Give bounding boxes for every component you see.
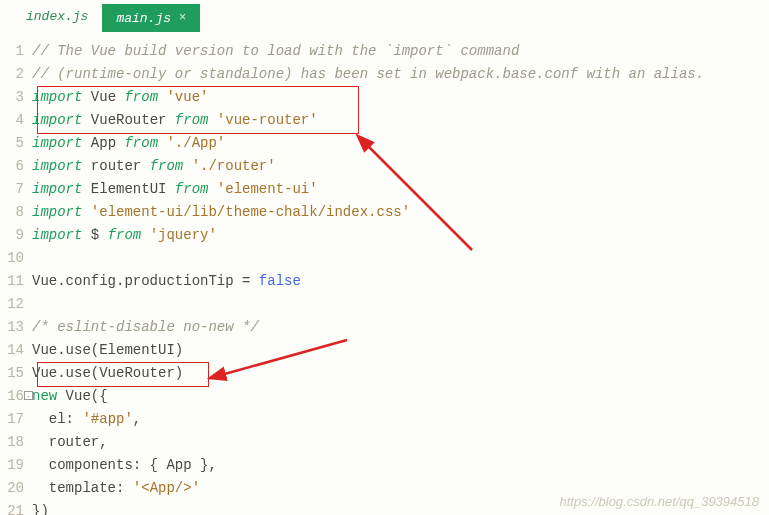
code-text: // The Vue build version to load with th…: [32, 43, 519, 59]
tab-bar: index.js main.js ×: [0, 0, 769, 32]
code-area[interactable]: // The Vue build version to load with th…: [32, 40, 769, 515]
tab-label: main.js: [116, 11, 171, 26]
tab-main-js[interactable]: main.js ×: [102, 4, 200, 32]
tab-index-js[interactable]: index.js: [12, 4, 102, 32]
code-text: // (runtime-only or standalone) has been…: [32, 66, 704, 82]
close-icon[interactable]: ×: [179, 11, 186, 25]
code-editor[interactable]: 123456789101112131415161718192021 - // T…: [0, 32, 769, 515]
watermark: https://blog.csdn.net/qq_39394518: [560, 494, 760, 509]
line-gutter: 123456789101112131415161718192021: [0, 40, 32, 515]
